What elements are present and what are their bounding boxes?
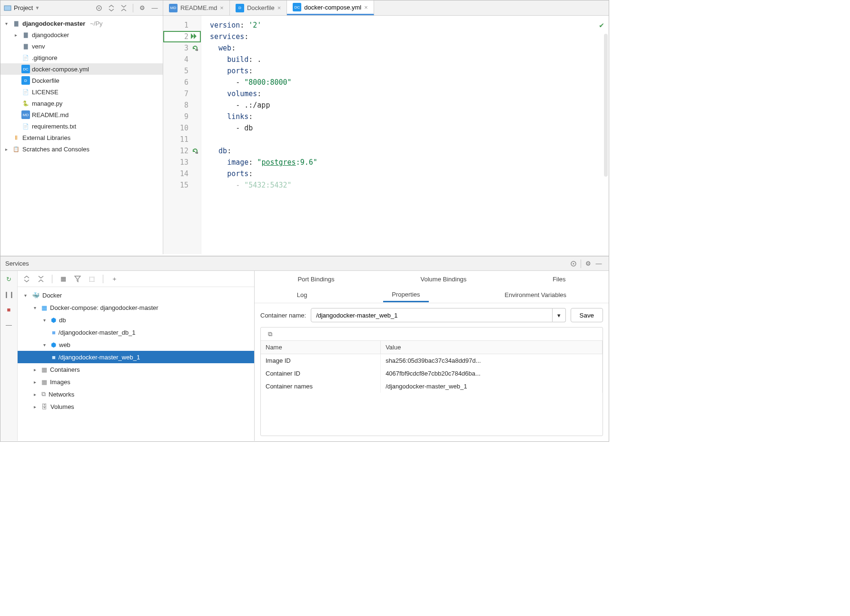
tree-file-dockerfile[interactable]: D Dockerfile: [0, 75, 163, 86]
tab-volume-bindings[interactable]: Volume Bindings: [412, 273, 475, 286]
copy-icon[interactable]: ⧉: [265, 329, 275, 339]
scratches-icon: 📋: [12, 145, 20, 153]
docker-compose-icon: DC: [293, 3, 301, 11]
code[interactable]: version: '2'services: web: build: . port…: [201, 16, 609, 254]
add-icon[interactable]: ＋: [109, 274, 119, 284]
tab-docker-compose[interactable]: DC docker-compose.yml ×: [287, 0, 374, 15]
container-name-row: Container name: ▾ Save: [255, 303, 609, 327]
tree-file-docker-compose[interactable]: DC docker-compose.yml: [0, 63, 163, 75]
project-label: Project: [14, 4, 33, 11]
stree-service-web[interactable]: ▾ ⬢ web: [18, 338, 254, 351]
tree-file-gitignore[interactable]: 📄 .gitignore: [0, 52, 163, 63]
svg-point-2: [99, 7, 100, 9]
tree-folder-venv[interactable]: ▇ venv: [0, 40, 163, 52]
chevron-right-icon: ▸: [12, 32, 20, 38]
collapse-all-icon[interactable]: [119, 3, 129, 13]
dockerfile-icon: D: [236, 4, 244, 12]
rerun-icon[interactable]: [191, 147, 199, 155]
stree-images[interactable]: ▸ ▦ Images: [18, 376, 254, 388]
file-icon: 📄: [21, 53, 30, 62]
stree-compose[interactable]: ▾ ▦ Docker-compose: djangodocker-master: [18, 301, 254, 314]
volumes-icon: 🗄: [41, 403, 48, 410]
container-name-dropdown[interactable]: ▾: [311, 308, 565, 322]
tree-file-requirements[interactable]: 📄 requirements.txt: [0, 120, 163, 132]
collapse-icon[interactable]: —: [4, 319, 14, 330]
stree-volumes[interactable]: ▸ 🗄 Volumes: [18, 400, 254, 413]
locate-icon[interactable]: [94, 3, 104, 13]
tree-root[interactable]: ▾ ▇ djangodocker-master ~/Py: [0, 18, 163, 29]
scrollbar[interactable]: [604, 34, 608, 177]
minimize-icon[interactable]: —: [149, 3, 160, 13]
tree-file-readme[interactable]: MD README.md: [0, 109, 163, 120]
group-icon[interactable]: ▦: [58, 274, 69, 284]
services-tree[interactable]: ▾ 🐳 Docker ▾ ▦ Docker-compose: djangodoc…: [18, 287, 254, 441]
markdown-icon: MD: [21, 110, 30, 119]
chevron-right-icon: ▸: [2, 147, 10, 152]
run-icon[interactable]: [190, 33, 199, 40]
chevron-down-icon[interactable]: ▾: [553, 308, 566, 322]
networks-icon: ⧉: [41, 390, 46, 398]
gear-icon[interactable]: ⚙: [583, 258, 593, 269]
project-tree[interactable]: ▾ ▇ djangodocker-master ~/Py ▸ ▇ djangod…: [0, 16, 163, 254]
pause-icon[interactable]: ❙❙: [4, 289, 14, 299]
tab-dockerfile[interactable]: D Dockerfile ×: [230, 0, 287, 15]
svg-point-6: [573, 263, 574, 264]
container-name-input[interactable]: [311, 308, 552, 322]
stop-icon[interactable]: ■: [4, 304, 14, 315]
container-icon: ■: [52, 354, 56, 361]
rerun-icon[interactable]: [191, 44, 199, 52]
tree-scratches[interactable]: ▸ 📋 Scratches and Consoles: [0, 143, 163, 155]
close-icon[interactable]: ×: [220, 4, 224, 11]
folder-icon: ▇: [12, 19, 20, 28]
open-icon[interactable]: ⬚: [87, 274, 97, 284]
chevron-down-icon: ▾: [21, 293, 29, 298]
chevron-down-icon: ▼: [35, 5, 40, 10]
tab-properties[interactable]: Properties: [383, 288, 428, 302]
project-selector[interactable]: Project ▼: [3, 4, 40, 12]
services-left-toolbar: ↻ ❙❙ ■ —: [0, 271, 18, 441]
service-icon: ⬢: [51, 341, 56, 348]
stree-networks[interactable]: ▸ ⧉ Networks: [18, 388, 254, 400]
svc-tabs-row1: Port Bindings Volume Bindings Files: [255, 271, 609, 287]
stree-service-db[interactable]: ▾ ⬢ db: [18, 314, 254, 326]
save-button[interactable]: Save: [571, 308, 603, 322]
tab-env-vars[interactable]: Environment Variables: [496, 288, 575, 301]
locate-icon[interactable]: [568, 258, 579, 269]
library-icon: 𝄃𝄃: [12, 133, 20, 142]
services-title: Services: [5, 260, 29, 267]
tab-log[interactable]: Log: [288, 288, 316, 301]
stree-docker[interactable]: ▾ 🐳 Docker: [18, 289, 254, 301]
tab-port-bindings[interactable]: Port Bindings: [289, 273, 343, 286]
filter-icon[interactable]: [72, 274, 83, 284]
tab-readme[interactable]: MD README.md ×: [163, 0, 230, 15]
minimize-icon[interactable]: —: [593, 258, 604, 269]
col-name: Name: [261, 341, 381, 354]
stree-containers[interactable]: ▸ ▦ Containers: [18, 363, 254, 376]
table-row[interactable]: Container names/djangodocker-master_web_…: [261, 380, 603, 393]
expand-all-icon[interactable]: [106, 3, 117, 13]
table-row[interactable]: Image IDsha256:05d39bac37c34a8dd97d...: [261, 354, 603, 368]
gear-icon[interactable]: ⚙: [137, 3, 148, 13]
stree-container-db[interactable]: ■ /djangodocker-master_db_1: [18, 326, 254, 338]
collapse-all-icon[interactable]: [36, 274, 46, 284]
editor-body[interactable]: 123456789101112131415 version: '2'servic…: [163, 16, 609, 254]
containers-icon: ▦: [41, 366, 47, 373]
tree-folder-djangodocker[interactable]: ▸ ▇ djangodocker: [0, 29, 163, 40]
stree-container-web[interactable]: ■ /djangodocker-master_web_1: [18, 351, 254, 363]
expand-all-icon[interactable]: [21, 274, 32, 284]
project-toolbar: Project ▼ ⚙ —: [0, 0, 163, 16]
images-icon: ▦: [41, 378, 47, 386]
editor-area: MD README.md × D Dockerfile × DC docker-…: [163, 0, 609, 254]
services-tree-pane: ▦ ⬚ ＋ ▾ 🐳 Docker ▾ ▦ Docker-compose: dja…: [18, 271, 255, 441]
chevron-down-icon: ▾: [40, 318, 48, 323]
tab-files[interactable]: Files: [544, 273, 574, 286]
svc-tabs-row2: Log Properties Environment Variables: [255, 287, 609, 303]
docker-icon: 🐳: [32, 292, 40, 299]
tree-file-managepy[interactable]: 🐍 manage.py: [0, 98, 163, 109]
rerun-icon[interactable]: ↻: [4, 274, 14, 284]
table-row[interactable]: Container ID4067fbf9cdcf8e7cbb20c784d6ba…: [261, 367, 603, 380]
close-icon[interactable]: ×: [364, 4, 368, 11]
tree-external-libraries[interactable]: 𝄃𝄃 External Libraries: [0, 132, 163, 143]
tree-file-license[interactable]: 📄 LICENSE: [0, 86, 163, 98]
close-icon[interactable]: ×: [277, 4, 281, 11]
